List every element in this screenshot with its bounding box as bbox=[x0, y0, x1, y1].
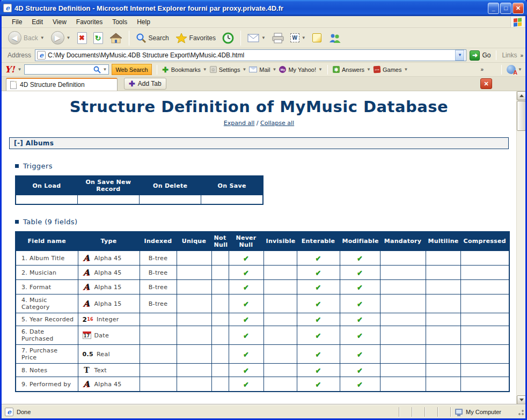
scrollbar-thumb[interactable] bbox=[517, 101, 525, 131]
back-button[interactable]: ◀ Back ▼ bbox=[6, 30, 47, 46]
stop-button[interactable]: ✖ bbox=[75, 31, 89, 45]
field-compressed-cell bbox=[460, 313, 509, 326]
menu-view[interactable]: View bbox=[48, 17, 71, 27]
fields-col-header: Compressed bbox=[460, 232, 509, 251]
go-button[interactable]: ➜ Go bbox=[470, 50, 491, 61]
address-dropdown-icon[interactable]: ▼ bbox=[455, 50, 464, 61]
field-multiline-cell bbox=[426, 364, 460, 377]
my-computer-icon bbox=[455, 409, 463, 415]
resize-grip[interactable] bbox=[517, 408, 524, 416]
menu-file[interactable]: File bbox=[7, 17, 27, 27]
links-label[interactable]: Links bbox=[499, 51, 520, 59]
links-chevron-icon[interactable]: » bbox=[520, 53, 523, 58]
add-tab-button[interactable]: ✚ Add Tab bbox=[124, 78, 166, 90]
field-enterable-cell: ✔ bbox=[297, 294, 340, 313]
favorites-button[interactable]: Favorites bbox=[173, 32, 218, 45]
field-unique-cell bbox=[177, 326, 211, 345]
yahoo-logo[interactable]: Y! bbox=[5, 64, 14, 75]
yahoo-overflow-chevron-icon[interactable]: » bbox=[480, 67, 484, 72]
field-type-label: Alpha 15 bbox=[94, 284, 122, 291]
fields-col-header: Invisible bbox=[264, 232, 297, 251]
field-compressed-cell bbox=[460, 266, 509, 280]
address-input[interactable]: e C:\My Documents\MyMusic.4DB Structure … bbox=[35, 49, 466, 61]
forward-dropdown-icon[interactable]: ▼ bbox=[67, 35, 71, 40]
mail-dropdown-icon[interactable]: ▼ bbox=[261, 35, 266, 40]
vertical-scrollbar[interactable] bbox=[516, 91, 525, 404]
field-type-label: Alpha 15 bbox=[94, 300, 122, 307]
field-unique-cell bbox=[177, 294, 211, 313]
field-invisible-cell bbox=[264, 364, 297, 377]
field-type-cell: 216Integer bbox=[78, 313, 140, 326]
security-zone-panel: My Computer bbox=[450, 407, 525, 417]
field-name-cell: 8. Notes bbox=[16, 364, 78, 377]
print-button[interactable] bbox=[270, 32, 286, 45]
scroll-up-button[interactable] bbox=[517, 91, 525, 100]
search-button[interactable]: Search bbox=[134, 32, 171, 45]
go-arrow-icon: ➜ bbox=[470, 50, 480, 61]
field-modifiable-cell: ✔ bbox=[340, 251, 380, 266]
tab-4d-structure-definition[interactable]: 4D Structure Definition bbox=[6, 78, 118, 91]
yahoo-mail-button[interactable]: Mail ▼ bbox=[249, 67, 276, 73]
adobe-pdf-icon bbox=[507, 65, 516, 74]
home-button[interactable] bbox=[107, 31, 125, 45]
field-not_null-cell bbox=[211, 326, 229, 345]
menu-help[interactable]: Help bbox=[132, 17, 155, 27]
history-button[interactable] bbox=[220, 31, 236, 45]
field-mandatory-cell bbox=[380, 313, 426, 326]
field-indexed-cell bbox=[140, 364, 177, 377]
messenger-button[interactable] bbox=[326, 32, 343, 45]
answers-button[interactable]: ✱ Answers ▼ bbox=[333, 66, 371, 73]
maximize-button[interactable]: □ bbox=[500, 3, 511, 14]
field-name-cell: 2. Musician bbox=[16, 266, 78, 280]
adobe-pdf-dropdown-icon[interactable]: ▼ bbox=[518, 67, 522, 72]
field-name-cell: 4. Music Category bbox=[16, 294, 78, 313]
mail-button[interactable]: ▼ bbox=[245, 33, 268, 43]
menu-edit[interactable]: Edit bbox=[27, 17, 48, 27]
bookmarks-dropdown-icon[interactable]: ▼ bbox=[203, 67, 207, 72]
forward-button[interactable]: ▶ ▼ bbox=[49, 30, 73, 46]
field-invisible-cell bbox=[264, 266, 297, 280]
research-note-button[interactable] bbox=[310, 32, 324, 43]
yahoo-mail-dropdown-icon[interactable]: ▼ bbox=[273, 67, 277, 72]
adobe-pdf-button[interactable]: ▼ bbox=[507, 65, 522, 74]
games-dropdown-icon[interactable]: ▼ bbox=[404, 67, 408, 72]
field-type-label: Text bbox=[94, 367, 107, 374]
edit-dropdown-icon[interactable]: ▼ bbox=[302, 35, 306, 40]
my-yahoo-dropdown-icon[interactable]: ▼ bbox=[318, 67, 323, 72]
field-row: 2. MusicianAAlpha 45B-tree✔✔✔ bbox=[16, 266, 509, 280]
field-row: 1. Album TitleAAlpha 45B-tree✔✔✔ bbox=[16, 251, 509, 266]
field-row: 9. Performed byAAlpha 45✔✔✔ bbox=[16, 377, 509, 392]
minimize-button[interactable]: _ bbox=[488, 3, 499, 14]
yahoo-logo-dropdown-icon[interactable]: ▼ bbox=[17, 67, 21, 72]
settings-dropdown-icon[interactable]: ▼ bbox=[242, 67, 246, 72]
field-type-cell: AAlpha 15 bbox=[78, 294, 140, 313]
edit-with-word-button[interactable]: W ▼ bbox=[288, 32, 308, 43]
fields-col-header: Unique bbox=[177, 232, 211, 251]
back-dropdown-icon[interactable]: ▼ bbox=[40, 35, 45, 40]
albums-section-header[interactable]: [-] Albums bbox=[9, 137, 509, 149]
close-tab-button[interactable]: ✕ bbox=[480, 78, 492, 89]
bookmarks-button[interactable]: ✚ Bookmarks ▼ bbox=[162, 65, 207, 74]
triggers-heading: Triggers bbox=[15, 162, 516, 170]
menu-favorites[interactable]: Favorites bbox=[71, 17, 107, 27]
history-icon bbox=[222, 32, 234, 44]
settings-button[interactable]: ☺ Settings ▼ bbox=[210, 66, 247, 73]
field-not_null-cell bbox=[211, 364, 229, 377]
expand-all-link[interactable]: Expand all bbox=[224, 120, 255, 127]
answers-dropdown-icon[interactable]: ▼ bbox=[367, 67, 371, 72]
field-not_null-cell bbox=[211, 280, 229, 294]
games-button[interactable]: ⋯ Games ▼ bbox=[374, 66, 408, 73]
status-bar: e Done My Computer bbox=[2, 404, 525, 418]
refresh-button[interactable]: ↻ bbox=[91, 31, 105, 45]
search-label: Search bbox=[149, 34, 169, 42]
check-icon: ✔ bbox=[357, 331, 363, 340]
collapse-all-link[interactable]: Collapse all bbox=[260, 120, 294, 127]
scroll-down-button[interactable] bbox=[517, 395, 525, 404]
menu-tools[interactable]: Tools bbox=[107, 17, 132, 27]
yahoo-search-dropdown-icon[interactable]: ▼ bbox=[103, 67, 107, 72]
close-button[interactable]: ✕ bbox=[513, 3, 524, 14]
status-pane bbox=[399, 407, 412, 417]
web-search-button[interactable]: Web Search bbox=[112, 64, 151, 75]
my-yahoo-button[interactable]: My My Yahoo! ▼ bbox=[279, 66, 323, 73]
yahoo-search-input[interactable]: ▼ bbox=[24, 64, 109, 75]
